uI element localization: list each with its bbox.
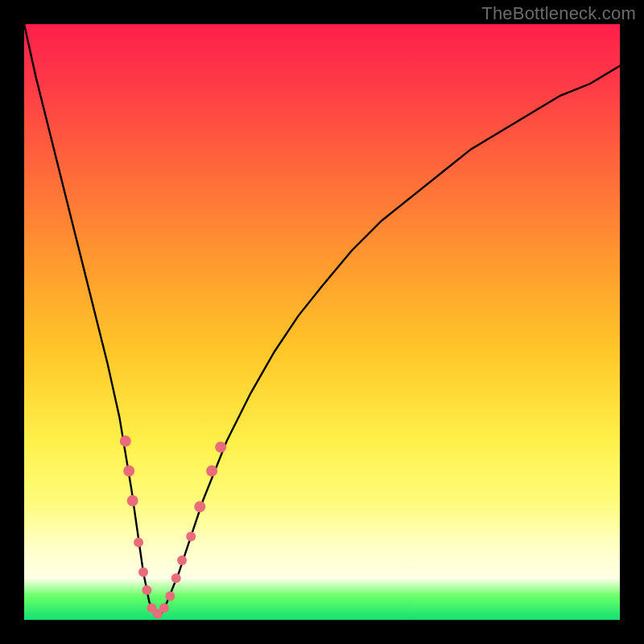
chart-frame: TheBottleneck.com: [0, 0, 644, 644]
curve-marker: [194, 501, 205, 512]
curve-marker: [177, 555, 187, 565]
curve-marker: [134, 538, 143, 547]
curve-marker: [186, 531, 196, 541]
curve-marker: [171, 573, 181, 583]
curve-marker: [206, 465, 217, 477]
chart-svg: [24, 24, 620, 620]
curve-marker: [120, 436, 131, 447]
curve-marker: [165, 591, 175, 601]
plot-area: [24, 24, 620, 620]
curve-marker: [159, 603, 169, 613]
curve-marker: [127, 495, 138, 506]
curve-marker: [138, 568, 148, 577]
curve-marker: [123, 465, 134, 477]
curve-markers: [120, 436, 226, 619]
curve-marker: [142, 585, 151, 595]
curve-marker: [215, 441, 226, 452]
watermark-text: TheBottleneck.com: [481, 3, 636, 24]
bottleneck-curve: [24, 24, 620, 614]
